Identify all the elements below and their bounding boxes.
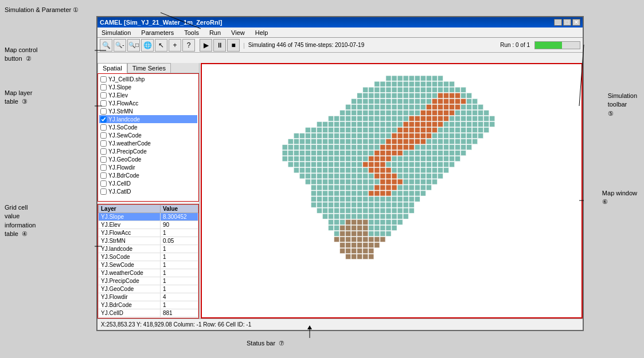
svg-rect-700: [334, 219, 339, 225]
table-row[interactable]: YJ.StrMN 0.05: [99, 237, 198, 245]
zoom-out-button[interactable]: 🔍-: [114, 39, 126, 52]
pause-button[interactable]: ⏸: [213, 39, 226, 52]
layer-checkbox[interactable]: [100, 148, 107, 155]
layer-checkbox[interactable]: [100, 76, 107, 82]
svg-rect-480: [397, 162, 403, 167]
table-row[interactable]: YJ.BdrCode 1: [99, 301, 198, 309]
svg-rect-55: [426, 93, 431, 98]
sim-run-label: Run : 0 of 1: [500, 42, 530, 48]
map-control-label: Map controlbutton ②: [5, 46, 37, 64]
svg-rect-599: [415, 185, 420, 190]
svg-rect-598: [409, 185, 414, 190]
close-button[interactable]: ✕: [572, 19, 580, 26]
map-window[interactable]: [201, 63, 583, 318]
svg-rect-313: [305, 139, 310, 144]
list-item[interactable]: YJ.weatherCode: [99, 139, 197, 147]
table-row[interactable]: YJ.FlowAcc 1: [99, 229, 198, 237]
layer-checkbox[interactable]: [100, 156, 107, 163]
svg-rect-493: [380, 162, 385, 167]
svg-rect-268: [426, 128, 431, 133]
layer-checkbox-checked[interactable]: [100, 116, 107, 123]
globe-button[interactable]: 🌐: [141, 39, 154, 52]
table-row[interactable]: YJ.CellD 881: [99, 309, 198, 317]
tab-spatial[interactable]: Spatial: [97, 63, 127, 73]
svg-rect-283: [369, 133, 374, 139]
maximize-button[interactable]: □: [563, 19, 571, 26]
stop-button[interactable]: ■: [227, 39, 240, 52]
info-button[interactable]: ?: [182, 39, 195, 52]
svg-rect-385: [392, 145, 397, 150]
svg-rect-74: [392, 99, 397, 104]
table-row[interactable]: YJ.Flowdir 4: [99, 293, 198, 301]
svg-rect-70: [369, 99, 374, 104]
layer-checkbox[interactable]: [100, 108, 107, 115]
list-item[interactable]: YJ.FlowAcc: [99, 99, 197, 107]
play-button[interactable]: ▶: [200, 39, 212, 52]
svg-rect-243: [374, 128, 380, 133]
list-item[interactable]: YJ.Elev: [99, 91, 197, 99]
layer-checkbox[interactable]: [100, 172, 107, 179]
svg-rect-573: [415, 179, 420, 184]
list-item[interactable]: YJ.SewCode: [99, 131, 197, 139]
layer-checkbox[interactable]: [100, 140, 107, 147]
svg-rect-770: [346, 254, 351, 259]
table-row[interactable]: YJ.PrecipCode 1: [99, 277, 198, 285]
table-row[interactable]: YJ.Elev 90: [99, 221, 198, 229]
list-item[interactable]: YJ.Flowdir: [99, 163, 197, 171]
layer-list[interactable]: YJ_CellID.shp YJ.Slope YJ.Elev YJ.FlowAc…: [97, 73, 199, 202]
list-item[interactable]: YJ.CellD: [99, 179, 197, 187]
layer-checkbox[interactable]: [100, 100, 107, 107]
table-row[interactable]: YJ.landcode 1: [99, 245, 198, 253]
list-item[interactable]: YJ_CellID.shp: [99, 75, 197, 83]
zoom-extent-button[interactable]: 🔍□: [127, 39, 140, 52]
list-item[interactable]: YJ.PrecipCode: [99, 147, 197, 155]
layer-checkbox[interactable]: [100, 84, 107, 91]
svg-rect-360: [340, 145, 345, 150]
svg-rect-511: [392, 168, 397, 173]
svg-rect-19: [420, 81, 426, 86]
layer-checkbox[interactable]: [100, 124, 107, 131]
menu-view[interactable]: View: [229, 29, 247, 37]
layer-checkbox[interactable]: [100, 188, 107, 195]
svg-rect-267: [420, 128, 426, 133]
svg-rect-242: [369, 128, 374, 133]
list-item[interactable]: YJ.CatlD: [99, 187, 197, 195]
list-item[interactable]: YJ.SoCode: [99, 123, 197, 131]
menu-simulation[interactable]: Simulation: [100, 29, 132, 37]
table-row[interactable]: YJ.weatherCode 1: [99, 269, 198, 277]
zoom-in-button[interactable]: 🔍: [100, 39, 112, 52]
minimize-button[interactable]: _: [554, 19, 562, 26]
table-row[interactable]: YJ.SewCode 1: [99, 261, 198, 269]
layer-checkbox[interactable]: [100, 164, 107, 171]
list-item-selected[interactable]: YJ.landcode: [99, 115, 197, 123]
table-row[interactable]: YJ.GeoCode 1: [99, 285, 198, 293]
svg-rect-254: [438, 128, 443, 133]
svg-rect-8: [426, 76, 431, 81]
list-item[interactable]: YJ.StrMN: [99, 107, 197, 115]
layer-checkbox[interactable]: [100, 92, 107, 99]
svg-rect-637: [352, 196, 357, 202]
svg-rect-61: [461, 93, 466, 98]
table-row[interactable]: YJ.SoCode 1: [99, 253, 198, 261]
svg-rect-627: [374, 191, 380, 196]
row-layer: YJ.SoCode: [99, 253, 161, 261]
list-item[interactable]: YJ.GeoCode: [99, 155, 197, 163]
menu-parameters[interactable]: Parameters: [139, 29, 175, 37]
tab-time-series[interactable]: Time Series: [127, 63, 171, 73]
select-button[interactable]: ↖: [155, 39, 167, 52]
map-layer-label: Map layertable ③: [5, 89, 32, 107]
svg-rect-547: [426, 174, 431, 179]
add-button[interactable]: +: [169, 39, 181, 52]
layer-checkbox[interactable]: [100, 180, 107, 187]
list-item[interactable]: YJ.Slope: [99, 83, 197, 91]
svg-rect-646: [403, 196, 408, 202]
table-row[interactable]: YJ.Slope 8.300452: [99, 213, 198, 221]
list-item[interactable]: YJ.BdrCode: [99, 171, 197, 179]
menu-help[interactable]: Help: [253, 29, 270, 37]
layer-checkbox[interactable]: [100, 132, 107, 139]
svg-rect-223: [490, 121, 495, 127]
menu-tools[interactable]: Tools: [182, 29, 201, 37]
svg-rect-190: [432, 116, 437, 121]
svg-rect-192: [443, 116, 448, 121]
menu-run[interactable]: Run: [208, 29, 223, 37]
